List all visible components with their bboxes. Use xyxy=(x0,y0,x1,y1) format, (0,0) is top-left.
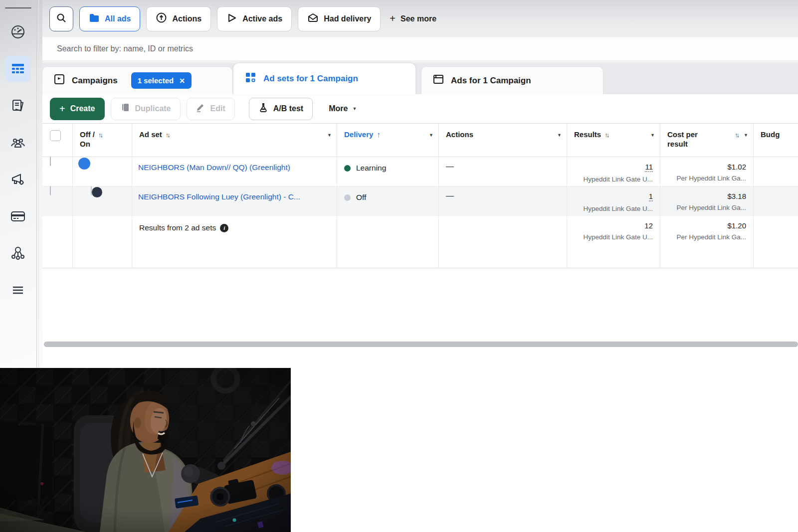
edit-button[interactable]: Edit xyxy=(187,98,235,120)
table-row: NEIGHBORS (Man Down// QQ) (Greenlight) L… xyxy=(42,157,798,186)
chevron-down-icon[interactable]: ▼ xyxy=(557,133,562,138)
filter-chip-had-delivery[interactable]: Had delivery xyxy=(298,6,381,31)
search-input[interactable] xyxy=(57,44,737,53)
filter-bar: All ads Actions Active ads xyxy=(42,0,798,37)
sidebar-item-menu[interactable] xyxy=(5,277,31,303)
ad-set-name-link[interactable]: NEIGHBORS Following Luey (Greenlight) - … xyxy=(132,186,337,201)
sidebar-item-billing[interactable] xyxy=(5,203,31,229)
header-results[interactable]: Results ↑↓ ▼ xyxy=(567,124,660,157)
campaigns-table-icon xyxy=(10,61,26,77)
edit-label: Edit xyxy=(210,104,225,113)
grid-icon xyxy=(244,71,257,86)
sort-icon[interactable]: ↑↓ xyxy=(735,131,738,139)
play-icon xyxy=(226,12,237,25)
info-icon[interactable]: i xyxy=(220,224,228,232)
header-ad-set[interactable]: Ad set ↑↓ ▼ xyxy=(132,124,337,157)
tab-ads[interactable]: Ads for 1 Campaign xyxy=(421,67,603,94)
results-type: Hypeddit Link Gate U... xyxy=(567,176,653,183)
header-delivery[interactable]: Delivery ↑ ▼ xyxy=(337,124,439,157)
sidebar xyxy=(0,0,42,368)
ad-set-name-link[interactable]: NEIGHBORS (Man Down// QQ) (Greenlight) xyxy=(132,157,337,172)
main-panel: All ads Actions Active ads xyxy=(42,0,798,368)
close-icon[interactable]: ✕ xyxy=(179,77,185,85)
tab-label: Ad sets for 1 Campaign xyxy=(263,74,358,84)
sidebar-item-overview[interactable] xyxy=(5,19,31,45)
tab-label: Campaigns xyxy=(72,76,118,86)
sort-icon[interactable]: ↑↓ xyxy=(166,131,169,139)
tab-campaigns[interactable]: Campaigns 1 selected ✕ xyxy=(42,67,232,94)
row-checkbox[interactable] xyxy=(50,186,51,195)
ad-sets-table: Off / On ↑↓ Ad set ↑↓ ▼ Delivery ↑ ▼ A xyxy=(42,123,798,268)
cost-value: $1.02 xyxy=(727,163,746,171)
search-filter-button[interactable] xyxy=(49,6,73,31)
header-label: Budg xyxy=(761,130,780,140)
tab-ad-sets[interactable]: Ad sets for 1 Campaign xyxy=(233,63,415,94)
sidebar-item-assets[interactable] xyxy=(5,240,31,266)
plus-icon: + xyxy=(59,103,65,115)
summary-results-type: Hypeddit Link Gate U... xyxy=(567,233,653,241)
ads-manager-app: All ads Actions Active ads xyxy=(0,0,798,532)
filter-chip-label: Had delivery xyxy=(324,14,371,23)
filter-chip-actions[interactable]: Actions xyxy=(146,6,211,31)
header-label: Delivery xyxy=(344,130,373,140)
filter-chip-active-ads[interactable]: Active ads xyxy=(217,6,292,31)
select-all-checkbox[interactable] xyxy=(50,130,61,141)
cost-value: $3.18 xyxy=(727,192,746,200)
filter-chip-label: All ads xyxy=(105,14,131,23)
actions-value: — xyxy=(439,186,567,200)
ab-test-button[interactable]: A/B test xyxy=(249,98,313,120)
chevron-down-icon[interactable]: ▼ xyxy=(650,133,655,138)
ad-set-toggle[interactable] xyxy=(91,186,92,195)
chevron-down-icon[interactable]: ▼ xyxy=(744,133,748,138)
ad-sets-content: + Create Duplicate xyxy=(42,94,798,368)
sort-icon[interactable]: ↑↓ xyxy=(98,131,102,139)
gauge-icon xyxy=(10,24,26,40)
header-label: Cost per result xyxy=(667,130,698,149)
cost-type: Per Hypeddit Link Ga... xyxy=(660,175,746,182)
header-cost-per-result[interactable]: Cost per result ↑↓ ▼ xyxy=(660,124,754,157)
results-value[interactable]: 1 xyxy=(649,192,653,201)
sort-icon[interactable]: ↑↓ xyxy=(604,131,608,139)
duplicate-button[interactable]: Duplicate xyxy=(111,98,181,120)
cost-type: Per Hypeddit Link Ga... xyxy=(660,204,746,211)
header-actions[interactable]: Actions ▼ xyxy=(439,124,567,157)
see-more-button[interactable]: + See more xyxy=(390,13,436,24)
row-checkbox[interactable] xyxy=(50,157,51,166)
see-more-label: See more xyxy=(400,14,436,23)
actions-value: — xyxy=(439,157,567,171)
summary-row: Results from 2 ad sets i 12 Hypeddit Lin… xyxy=(42,216,798,268)
summary-cost-value: $1.20 xyxy=(727,221,746,230)
table-header-row: Off / On ↑↓ Ad set ↑↓ ▼ Delivery ↑ ▼ A xyxy=(42,124,798,157)
filter-chip-all-ads[interactable]: All ads xyxy=(79,6,140,31)
audiences-icon xyxy=(9,134,26,151)
webcam-scene xyxy=(0,368,291,532)
filter-chip-label: Actions xyxy=(172,14,201,23)
summary-cost-type: Per Hypeddit Link Ga... xyxy=(660,233,746,241)
sidebar-item-ads[interactable] xyxy=(5,167,31,192)
ads-frame-icon xyxy=(432,73,444,88)
results-value[interactable]: 11 xyxy=(645,163,653,172)
collapsed-nav-line xyxy=(5,7,31,8)
header-label: Actions xyxy=(446,130,473,140)
sort-asc-icon[interactable]: ↑ xyxy=(377,130,381,139)
sidebar-item-pages[interactable] xyxy=(5,93,31,119)
badge-label: 1 selected xyxy=(138,76,174,85)
create-button[interactable]: + Create xyxy=(50,98,105,120)
billing-card-icon xyxy=(9,208,26,225)
sidebar-divider xyxy=(36,0,37,368)
arrow-up-circle-icon xyxy=(156,12,167,25)
chevron-down-icon[interactable]: ▼ xyxy=(327,133,332,138)
header-label: Off / On xyxy=(80,130,95,149)
sidebar-item-campaigns[interactable] xyxy=(5,56,31,82)
header-budget[interactable]: Budg xyxy=(754,124,798,157)
asset-network-icon xyxy=(9,245,26,262)
tab-label: Ads for 1 Campaign xyxy=(451,76,531,86)
chevron-down-icon[interactable]: ▼ xyxy=(429,133,433,138)
horizontal-scrollbar[interactable] xyxy=(44,342,798,347)
more-button[interactable]: More ▼ xyxy=(329,104,357,113)
header-label: Ad set xyxy=(139,130,162,140)
duplicate-label: Duplicate xyxy=(135,104,171,113)
selected-filter-badge[interactable]: 1 selected ✕ xyxy=(131,72,192,89)
header-off-on[interactable]: Off / On ↑↓ xyxy=(73,124,132,157)
sidebar-item-audiences[interactable] xyxy=(5,130,31,156)
